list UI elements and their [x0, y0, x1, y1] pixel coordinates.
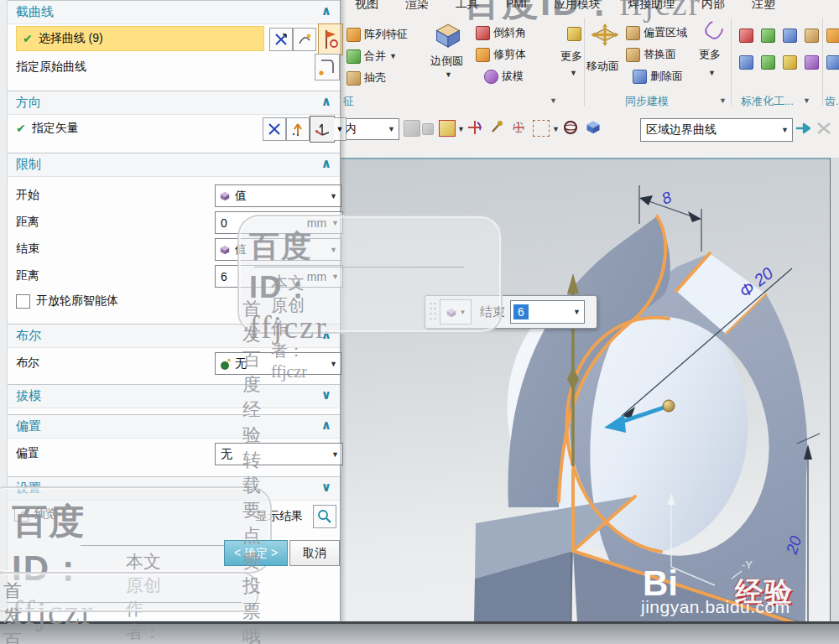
section-header-draft[interactable]: 拔模 ∨: [8, 384, 340, 408]
open-profile-row[interactable]: 开放轮廓智能体: [16, 293, 118, 309]
draft-icon: [484, 70, 498, 84]
vector-csys-button[interactable]: [310, 116, 335, 143]
preview-checkbox[interactable]: ✓: [14, 507, 29, 522]
window-bottom-edge: [0, 621, 839, 644]
curve-rule-combo[interactable]: 区域边界曲线▼: [640, 118, 793, 142]
std-tool-spring-icon[interactable]: [761, 29, 775, 43]
trim-body-button[interactable]: 修剪体: [476, 47, 526, 62]
open-profile-checkbox[interactable]: [16, 294, 30, 309]
pattern-feature-button[interactable]: 阵列特征: [347, 27, 408, 42]
tab-render[interactable]: 渲染: [405, 0, 429, 12]
select-curve-row[interactable]: ✔ 选择曲线 (9): [16, 26, 264, 51]
drag-handle[interactable]: [429, 301, 437, 323]
collapse-chevron[interactable]: ∧: [321, 156, 331, 171]
intersect-icon[interactable]: [816, 122, 831, 138]
origin-curve-button[interactable]: [315, 54, 340, 80]
section-header-limits[interactable]: 限制 ∧: [8, 153, 340, 177]
quick-pick-icon[interactable]: [511, 120, 526, 135]
check-icon: ✔: [23, 32, 33, 45]
feature-group-caret[interactable]: ▼: [550, 96, 557, 105]
sync-group-caret[interactable]: ▼: [719, 96, 727, 105]
start-distance-field[interactable]: 0 mm▼: [215, 211, 343, 234]
select-mode-caret[interactable]: ▼: [552, 125, 560, 133]
chamfer-button[interactable]: 倒斜角: [476, 25, 526, 40]
end-option-combo[interactable]: 值▼: [215, 238, 341, 261]
curve-edit-button[interactable]: [293, 28, 316, 51]
offset-region-button[interactable]: 偏置区域: [626, 25, 687, 40]
vector-up-button[interactable]: [286, 117, 310, 141]
unite-dropdown-caret[interactable]: ▼: [389, 52, 397, 60]
forward-arrow-icon[interactable]: [795, 122, 811, 138]
application-window: 视图 渲染 工具 PMI 应用模块 焊接助理 内部 注塑 阵列特征 合并 ▼ 抽…: [0, 0, 839, 644]
tab-application[interactable]: 应用模块: [554, 0, 601, 12]
std-tool-wrench-icon[interactable]: [761, 55, 775, 70]
unite-button[interactable]: 合并 ▼: [347, 49, 397, 64]
gear-tool-icon[interactable]: [826, 29, 839, 43]
tab-pmi[interactable]: PMI: [506, 0, 527, 12]
drag-ball-handle[interactable]: [663, 400, 675, 412]
snap-caret[interactable]: ▼: [457, 125, 465, 133]
collapse-chevron[interactable]: ∧: [321, 94, 331, 109]
offset-combo[interactable]: 无▼: [215, 443, 343, 465]
edge-blend-caret[interactable]: ▼: [445, 70, 452, 79]
move-face-button[interactable]: 移动面: [586, 18, 624, 91]
cancel-button[interactable]: 取消: [289, 540, 340, 566]
shell-button[interactable]: 抽壳: [347, 70, 386, 86]
solid-cube-icon[interactable]: [585, 118, 602, 135]
std-tool-screw-icon[interactable]: [739, 55, 753, 70]
collapse-chevron[interactable]: ∧: [321, 3, 331, 18]
collapse-chevron[interactable]: ∧: [321, 418, 331, 433]
end-option-mini-button[interactable]: ▼: [440, 299, 472, 325]
expand-chevron[interactable]: ∨: [321, 480, 331, 495]
expand-chevron[interactable]: ∨: [321, 387, 331, 402]
ok-button[interactable]: < 确定 >: [224, 540, 288, 566]
end-label: 结束: [16, 242, 39, 257]
section-header-settings[interactable]: 设置 ∨: [8, 476, 340, 501]
delete-face-button[interactable]: 删除面: [633, 69, 683, 84]
rotate-point-icon[interactable]: [467, 120, 482, 135]
replace-face-button[interactable]: 替换面: [626, 47, 676, 62]
std-group-label: 标准化工...: [741, 94, 794, 109]
replace-face-icon: [626, 48, 640, 62]
vector-crossing-button[interactable]: [263, 117, 286, 141]
snap-end-icon[interactable]: [422, 123, 434, 135]
std-tool-ball-icon[interactable]: [783, 55, 797, 70]
collapse-chevron[interactable]: ∧: [321, 327, 331, 342]
section-header-boolean[interactable]: 布尔 ∧: [8, 324, 340, 348]
crossing-filter-button[interactable]: [269, 28, 293, 51]
handle-icon[interactable]: [489, 120, 504, 135]
dimension-gap-text: 8: [659, 188, 675, 208]
tab-view[interactable]: 视图: [355, 0, 378, 12]
tab-molding[interactable]: 注塑: [752, 0, 775, 12]
edge-blend-button[interactable]: 边倒圆 ▼: [424, 18, 472, 91]
tab-internal[interactable]: 内部: [701, 0, 725, 12]
boolean-label: 布尔: [16, 356, 39, 371]
std-tool-folder-icon[interactable]: [805, 29, 819, 43]
std-tool-cam-icon[interactable]: [805, 55, 819, 70]
tab-weld-assistant[interactable]: 焊接助理: [628, 0, 675, 12]
tab-tools[interactable]: 工具: [456, 0, 479, 12]
std-tool-barrel-icon[interactable]: [783, 29, 797, 43]
gear-tool-icon2[interactable]: [826, 55, 839, 70]
std-group-caret[interactable]: ▼: [803, 96, 810, 105]
viewport-3d-model[interactable]: 8 Φ 20 20 -Y: [340, 158, 831, 621]
draft-button[interactable]: 拔模: [484, 69, 524, 84]
point-on-curve-icon[interactable]: [439, 120, 456, 137]
selection-scope-combo[interactable]: 内▼: [340, 118, 399, 140]
section-header-direction[interactable]: 方向 ∧: [8, 91, 340, 115]
start-option-combo[interactable]: 值▼: [215, 184, 341, 207]
preview-row[interactable]: ✓ 预览: [14, 506, 57, 522]
rectangle-select-icon[interactable]: [533, 120, 550, 137]
gear-group-label: 齿.: [825, 94, 839, 109]
onscreen-input-toolbar[interactable]: ▼ 结束 6 ▼: [425, 295, 597, 329]
shaded-sphere-icon[interactable]: [563, 120, 578, 135]
group-separator: [822, 18, 823, 106]
snap-point-icon[interactable]: [404, 120, 420, 137]
end-value-input[interactable]: 6 ▼: [510, 300, 585, 324]
boolean-combo[interactable]: 无▼: [215, 352, 341, 375]
section-header-section-curve[interactable]: 截曲线 ∧: [8, 0, 340, 24]
end-distance-field[interactable]: 6 mm▼: [215, 265, 343, 288]
section-header-offset[interactable]: 偏置 ∧: [8, 414, 340, 439]
show-result-button[interactable]: [313, 505, 336, 528]
std-tool-frame-icon[interactable]: [739, 29, 753, 43]
